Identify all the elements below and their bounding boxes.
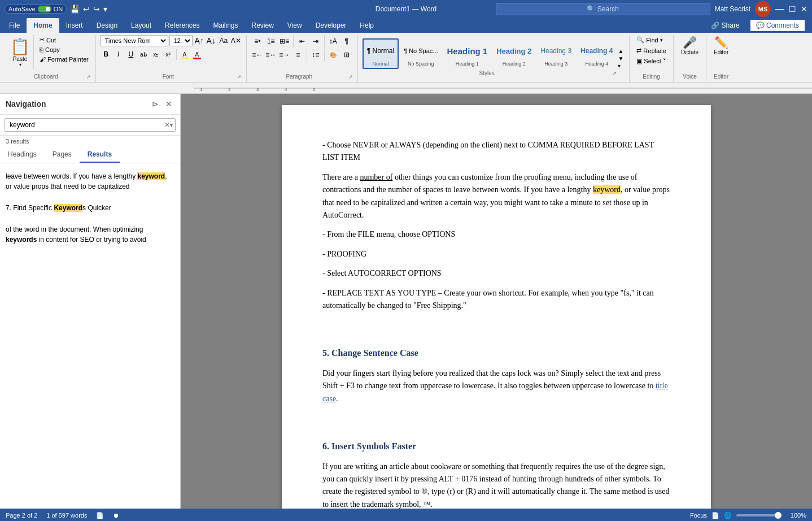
bold-button[interactable]: B [101, 49, 112, 60]
customize-icon[interactable]: ▾ [103, 5, 107, 14]
select-button[interactable]: ▣ Select ˅ [634, 57, 669, 66]
restore-btn[interactable]: ☐ [789, 5, 796, 14]
undo-icon[interactable]: ↩ [83, 5, 90, 14]
list-item[interactable]: of the word in the document. When optimi… [0, 221, 180, 248]
superscript-button[interactable]: x² [163, 49, 174, 60]
styles-scroll-down[interactable]: ▼ [618, 55, 623, 62]
comments-button[interactable]: 💬 Comments [750, 19, 805, 32]
subscript-button[interactable]: x₂ [150, 49, 161, 60]
style-heading3[interactable]: Heading 3 Heading 3 [536, 39, 575, 68]
tab-insert[interactable]: Insert [59, 18, 90, 33]
decrease-indent-button[interactable]: ⇤ [296, 35, 308, 47]
change-case-button[interactable]: Aa [218, 35, 229, 46]
nav-search-row: ✕ ▾ [0, 115, 180, 136]
tab-developer[interactable]: Developer [309, 18, 353, 33]
increase-indent-button[interactable]: ⇥ [309, 35, 322, 47]
clear-format-button[interactable]: A✕ [230, 35, 242, 46]
zoom-level[interactable]: 100% [786, 512, 806, 519]
tab-review[interactable]: Review [245, 18, 280, 33]
clipboard-expand-icon[interactable]: ↗ [86, 74, 91, 80]
autosave-badge[interactable]: AutoSave ON [5, 5, 67, 14]
nav-tab-headings[interactable]: Headings [0, 147, 45, 163]
paste-button[interactable]: 📋 Paste ▾ [7, 35, 34, 70]
font-grow-button[interactable]: A↑ [194, 35, 205, 46]
align-center-button[interactable]: ≡↔ [265, 49, 277, 61]
strikethrough-button[interactable]: ab̶ [138, 49, 149, 60]
sort-button[interactable]: ↕A [327, 35, 339, 47]
nav-search-clear-btn[interactable]: ✕ [164, 121, 170, 129]
styles-scroll-buttons[interactable]: ▲ ▼ ▾ [617, 47, 625, 70]
view-web-btn[interactable]: 🌐 [724, 512, 732, 519]
nav-expand-btn[interactable]: ⊳ [150, 98, 161, 110]
share-button[interactable]: 🔗 Share [705, 20, 745, 31]
font-shrink-button[interactable]: A↓ [206, 35, 217, 46]
styles-expand-icon[interactable]: ↗ [612, 71, 617, 76]
underline-button[interactable]: U [125, 49, 137, 60]
user-avatar[interactable]: MS [755, 1, 771, 17]
list-item[interactable]: 7. Find Specific Keywords Quicker [0, 199, 180, 216]
save-icon[interactable]: 💾 [70, 5, 80, 14]
line-spacing-button[interactable]: ↕≡ [309, 49, 322, 61]
align-right-button[interactable]: ≡→ [278, 49, 291, 61]
tab-layout[interactable]: Layout [124, 18, 158, 33]
numbering-button[interactable]: 1≡ [265, 35, 277, 47]
font-name-select[interactable]: Times New Rom [101, 35, 168, 46]
find-button[interactable]: 🔍 Find ▾ [634, 35, 665, 45]
nav-tabs: Headings Pages Results [0, 147, 180, 163]
autosave-toggle[interactable] [38, 6, 51, 12]
styles-scroll-up[interactable]: ▲ [618, 48, 623, 54]
zoom-slider[interactable] [736, 514, 782, 516]
redo-icon[interactable]: ↪ [93, 5, 100, 14]
title-case-link[interactable]: title case [322, 381, 668, 402]
copy-button[interactable]: ⎘ Copy [37, 45, 91, 54]
close-btn[interactable]: ✕ [801, 5, 807, 14]
dictate-icon: 🎤 [683, 37, 697, 48]
tab-references[interactable]: References [158, 18, 206, 33]
tab-mailings[interactable]: Mailings [206, 18, 245, 33]
replace-button[interactable]: ⇄ Replace [634, 46, 668, 55]
text-highlight-button[interactable]: A [179, 49, 190, 60]
style-heading2[interactable]: Heading 2 Heading 2 [492, 39, 535, 68]
search-bar[interactable]: 🔍 Search [496, 3, 710, 15]
font-expand-icon[interactable]: ↗ [237, 74, 242, 80]
style-heading4[interactable]: Heading 4 Heading 4 [577, 39, 617, 68]
show-marks-button[interactable]: ¶ [340, 35, 353, 47]
cut-button[interactable]: ✂ Cut [37, 35, 91, 45]
italic-button[interactable]: I [113, 49, 124, 60]
tab-home[interactable]: Home [27, 18, 59, 33]
shading-button[interactable]: 🎨 [327, 49, 339, 61]
style-no-spacing[interactable]: ¶ No Spac... No Spacing [400, 39, 442, 68]
border-button[interactable]: ⊞ [340, 49, 353, 61]
nav-search-dropdown-btn[interactable]: ▾ [170, 122, 173, 128]
doc-heading-6: 6. Insert Symbols Faster [322, 439, 670, 454]
tab-view[interactable]: View [281, 18, 309, 33]
nav-controls: ⊳ ✕ [150, 98, 174, 110]
view-print-btn[interactable]: 📄 [711, 512, 719, 519]
dictate-button[interactable]: 🎤 Dictate [678, 35, 701, 57]
styles-more[interactable]: ▾ [618, 63, 623, 69]
document-area[interactable]: - Choose NEVER or ALWAYS (depending on t… [181, 94, 812, 509]
font-color-button[interactable]: A [191, 49, 203, 60]
minimize-btn[interactable]: — [775, 4, 784, 14]
editor-button[interactable]: ✏️ Editor [711, 35, 731, 57]
multilevel-button[interactable]: ⊞≡ [278, 35, 291, 47]
list-item[interactable]: leave between words. If you have a lengt… [0, 168, 180, 195]
nav-search-box[interactable]: ✕ ▾ [5, 118, 176, 132]
style-normal[interactable]: ¶ Normal Normal [363, 38, 399, 69]
tab-file[interactable]: File [2, 18, 27, 33]
format-painter-button[interactable]: 🖌 Format Painter [37, 55, 91, 64]
nav-search-input[interactable] [7, 120, 164, 130]
document-title: Document1 — Word [376, 5, 437, 13]
tab-help[interactable]: Help [353, 18, 381, 33]
nav-close-btn[interactable]: ✕ [163, 98, 174, 110]
nav-tab-results[interactable]: Results [80, 147, 120, 163]
style-heading1[interactable]: Heading 1 Heading 1 [443, 39, 492, 68]
align-left-button[interactable]: ≡← [251, 49, 264, 61]
focus-btn[interactable]: Focus [690, 512, 707, 519]
font-size-select[interactable]: 12 [169, 35, 193, 46]
tab-design[interactable]: Design [90, 18, 124, 33]
bullets-button[interactable]: ≡• [251, 35, 264, 47]
nav-tab-pages[interactable]: Pages [45, 147, 80, 163]
para-expand-icon[interactable]: ↗ [348, 74, 353, 80]
justify-button[interactable]: ≡ [292, 49, 304, 61]
